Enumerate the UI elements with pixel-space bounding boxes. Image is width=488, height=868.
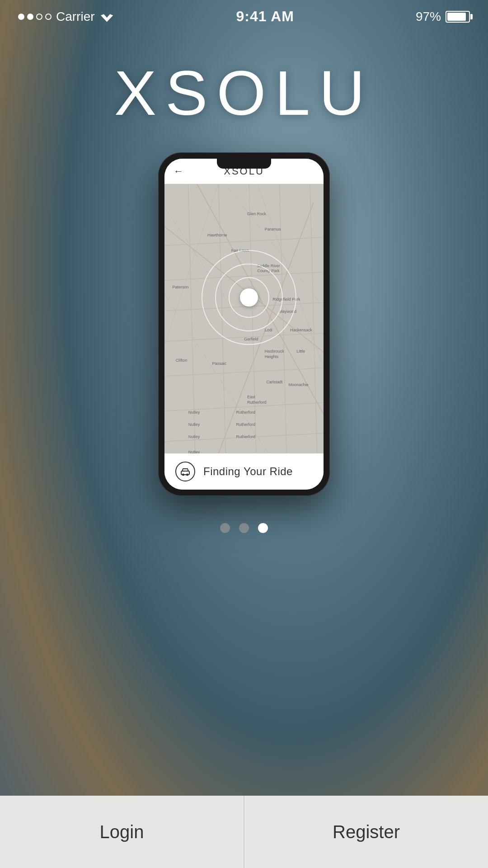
map-label-east-rutherford: EastRutherford — [247, 395, 267, 405]
phone-screen: Glen Rock Hawthorne Paramus Fair Lawn Pa… — [164, 159, 324, 490]
status-time: 9:41 AM — [236, 8, 295, 25]
signal-dot-1 — [18, 14, 24, 20]
login-button[interactable]: Login — [0, 796, 244, 868]
wifi-icon — [99, 11, 115, 22]
map-label-hackensack: Hackensack — [290, 328, 312, 332]
battery-container — [446, 11, 470, 23]
map-label-clifton: Clifton — [176, 358, 188, 363]
finding-text: Finding Your Ride — [203, 465, 293, 478]
ride-icon — [175, 462, 195, 481]
map-label-glen-rock: Glen Rock — [247, 212, 266, 216]
page-dot-3[interactable] — [258, 523, 268, 533]
phone-map: Glen Rock Hawthorne Paramus Fair Lawn Pa… — [164, 159, 324, 490]
map-label-hawthorne: Hawthorne — [207, 233, 227, 237]
phone-mockup: Glen Rock Hawthorne Paramus Fair Lawn Pa… — [158, 152, 330, 496]
phone-wrapper: Glen Rock Hawthorne Paramus Fair Lawn Pa… — [0, 152, 488, 496]
page-dot-2[interactable] — [239, 523, 249, 533]
map-label-rutherford-1: Rutherford — [236, 410, 255, 415]
map-label-paramus: Paramus — [265, 227, 281, 231]
signal-dot-2 — [27, 14, 33, 20]
map-label-carlstadt: Carlstadt — [266, 380, 282, 384]
page-dot-1[interactable] — [220, 523, 230, 533]
map-label-little: Little — [296, 349, 305, 354]
finding-bar: Finding Your Ride — [164, 453, 324, 490]
signal-dot-3 — [36, 14, 42, 20]
map-label-paterson: Paterson — [173, 285, 189, 289]
signal-dots — [18, 14, 52, 20]
status-right: 97% — [416, 9, 470, 24]
signal-dot-4 — [45, 14, 52, 20]
phone-notch — [217, 159, 271, 169]
app-logo-text: XSOLU — [0, 57, 488, 130]
bottom-bar: Login Register — [0, 796, 488, 868]
back-button[interactable]: ← — [174, 165, 183, 177]
map-label-rutherford-3: Rutherford — [236, 434, 255, 439]
battery-percent: 97% — [416, 9, 441, 24]
register-button[interactable]: Register — [244, 796, 488, 868]
location-dot — [240, 288, 258, 307]
carrier-label: Carrier — [56, 9, 95, 24]
battery-fill — [447, 13, 466, 21]
ping-rings — [240, 288, 258, 307]
map-label-nutley-2: Nutley — [188, 422, 200, 427]
status-left: Carrier — [18, 9, 115, 24]
car-icon — [180, 466, 191, 477]
battery-icon — [446, 11, 470, 23]
map-label-passaic: Passaic — [212, 361, 227, 366]
map-label-hasbrouck: HasbrouckHeights — [265, 349, 284, 359]
map-label-nutley-1: Nutley — [188, 410, 200, 415]
app-logo: XSOLU — [0, 57, 488, 130]
map-label-nutley-3: Nutley — [188, 434, 200, 439]
map-label-rutherford-2: Rutherford — [236, 422, 255, 427]
status-bar: Carrier 9:41 AM 97% — [0, 0, 488, 29]
map-label-moonachie: Moonachie — [289, 382, 309, 387]
page-dots — [0, 523, 488, 533]
